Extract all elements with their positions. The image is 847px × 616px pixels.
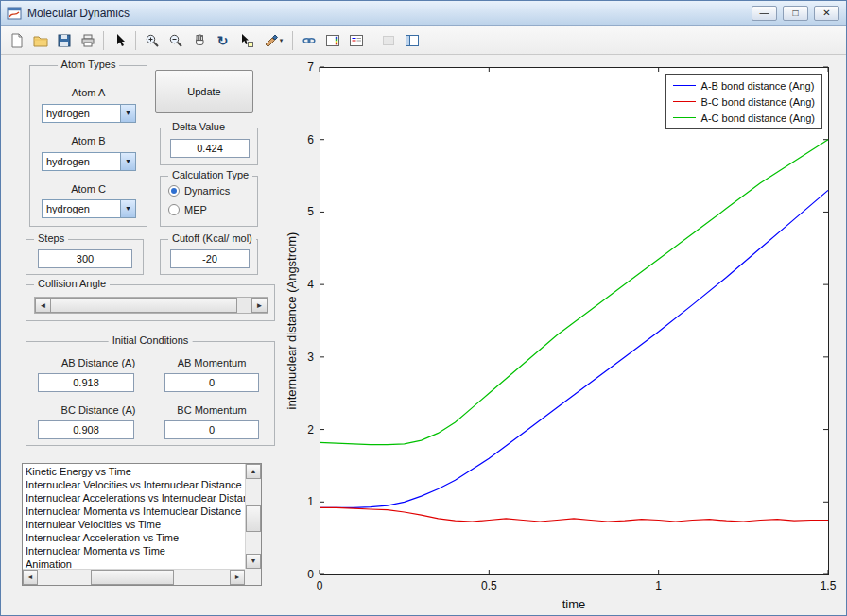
list-item[interactable]: Internuclear Velocities vs Internuclear … (23, 478, 245, 491)
svg-text:4: 4 (307, 278, 314, 291)
new-document-icon (9, 33, 25, 48)
list-item[interactable]: Internuclear Momenta vs Time (23, 544, 245, 557)
zoom-out-icon (168, 33, 183, 48)
insert-colorbar-icon (325, 33, 340, 48)
svg-text:1: 1 (655, 579, 662, 592)
insert-legend-button[interactable] (344, 28, 368, 52)
atom-c-dropdown[interactable]: hydrogen ▼ (42, 199, 136, 218)
show-plot-tools-icon (405, 33, 420, 48)
scroll-down-arrow-icon[interactable]: ▼ (246, 554, 261, 569)
atom-b-dropdown[interactable]: hydrogen ▼ (42, 152, 136, 171)
plot-list: Kinetic Energy vs TimeInternuclear Veloc… (23, 465, 245, 569)
save-figure-button[interactable] (52, 28, 76, 52)
radio-circle-icon[interactable] (168, 204, 180, 215)
atom-types-panel: Atom Types Atom A hydrogen ▼ Atom B hydr… (29, 65, 147, 227)
ab-distance-field[interactable] (38, 373, 134, 392)
svg-text:1: 1 (307, 495, 314, 508)
radio-circle-icon[interactable] (168, 185, 180, 197)
print-figure-button[interactable] (76, 28, 99, 52)
collision-angle-panel-title: Collision Angle (34, 278, 110, 289)
plot-legend[interactable]: A-B bond distance (Ang)B-C bond distance… (666, 74, 822, 129)
insert-colorbar-button[interactable] (320, 28, 344, 52)
horizontal-scroll-thumb[interactable] (91, 570, 174, 585)
list-item[interactable]: Animation (23, 557, 245, 569)
radio-dynamics[interactable]: Dynamics (168, 185, 230, 197)
legend-label: B-C bond distance (Ang) (701, 96, 815, 108)
vertical-scroll-thumb[interactable] (246, 505, 261, 532)
list-item[interactable]: Internulear Velocities vs Time (23, 518, 245, 531)
slider-thumb[interactable] (50, 298, 237, 313)
listbox-vertical-scrollbar[interactable]: ▲ ▼ (245, 464, 261, 569)
title-bar[interactable]: Molecular Dynamics — □ ✕ (1, 1, 846, 26)
toolbar-separator (103, 31, 104, 50)
zoom-out-button[interactable] (164, 28, 187, 52)
legend-entry[interactable]: B-C bond distance (Ang) (673, 94, 815, 109)
legend-entry[interactable]: A-C bond distance (Ang) (673, 111, 815, 125)
open-file-button[interactable] (28, 28, 52, 52)
show-plot-tools-button[interactable] (400, 28, 424, 52)
scroll-up-arrow-icon[interactable]: ▲ (246, 464, 261, 479)
link-plot-button[interactable] (297, 28, 320, 52)
slider-left-arrow-icon[interactable]: ◄ (35, 298, 51, 313)
slider-right-arrow-icon[interactable]: ► (251, 298, 268, 313)
radio-mep[interactable]: MEP (168, 204, 207, 215)
data-cursor-button[interactable] (234, 28, 258, 52)
delta-value-field[interactable] (170, 139, 250, 158)
atom-c-label: Atom C (30, 183, 147, 195)
pan-hand-icon (192, 33, 207, 48)
update-button[interactable]: Update (155, 70, 253, 113)
brush-icon (264, 33, 279, 48)
scroll-left-arrow-icon[interactable]: ◄ (23, 570, 38, 585)
chevron-down-icon[interactable]: ▼ (120, 153, 135, 170)
atom-a-dropdown[interactable]: hydrogen ▼ (42, 104, 136, 123)
cutoff-field[interactable] (170, 249, 250, 268)
rotate-icon: ↻ (217, 33, 229, 48)
window-title: Molecular Dynamics (27, 7, 130, 20)
list-item[interactable]: Kinetic Energy vs Time (23, 465, 245, 478)
chevron-down-icon[interactable]: ▼ (120, 105, 135, 122)
atom-a-selected-value: hydrogen (46, 108, 90, 119)
app-window: Molecular Dynamics — □ ✕ (0, 0, 847, 616)
chevron-down-icon[interactable]: ▼ (120, 200, 135, 217)
atom-b-label: Atom B (30, 135, 147, 146)
delta-value-panel: Delta Value (160, 128, 258, 165)
plot-area[interactable]: 00.511.501234567timeinternuclear distanc… (285, 60, 844, 615)
atom-a-label: Atom A (30, 87, 147, 98)
scroll-right-arrow-icon[interactable]: ► (230, 570, 245, 585)
ab-distance-label: AB Distance (A) (38, 357, 159, 368)
brush-data-button[interactable]: ▾ (258, 28, 288, 52)
list-item[interactable]: Internuclear Accelerations vs Internucle… (23, 491, 245, 505)
legend-line-sample (673, 85, 696, 86)
svg-text:6: 6 (307, 133, 314, 146)
edit-plot-button[interactable] (108, 28, 131, 52)
collision-angle-slider[interactable]: ◄ ► (34, 297, 268, 314)
pan-button[interactable] (187, 28, 211, 52)
legend-line-sample (673, 101, 696, 102)
listbox-horizontal-scrollbar[interactable]: ◄ ► (23, 569, 245, 585)
initial-conditions-panel-title: Initial Conditions (109, 334, 193, 346)
svg-text:0: 0 (307, 568, 314, 581)
zoom-in-button[interactable] (140, 28, 164, 52)
list-item[interactable]: Internuclear Acceleration vs Time (23, 531, 245, 544)
ab-momentum-field[interactable] (164, 373, 259, 392)
printer-icon (80, 33, 95, 48)
brush-dropdown-caret-icon[interactable]: ▾ (280, 37, 284, 44)
axes-canvas[interactable]: 00.511.501234567timeinternuclear distanc… (285, 60, 844, 615)
atom-b-selected-value: hydrogen (46, 156, 90, 167)
new-figure-button[interactable] (5, 28, 28, 52)
plot-type-listbox[interactable]: Kinetic Energy vs TimeInternuclear Veloc… (22, 463, 262, 586)
minimize-button[interactable]: — (752, 6, 777, 21)
rotate-3d-button[interactable]: ↻ (211, 28, 234, 52)
bc-distance-field[interactable] (38, 420, 134, 439)
bc-momentum-field[interactable] (164, 420, 259, 439)
svg-text:3: 3 (307, 351, 314, 364)
svg-text:0: 0 (317, 579, 323, 592)
list-item[interactable]: Internuclear Momenta vs Internuclear Dis… (23, 505, 245, 518)
legend-entry[interactable]: A-B bond distance (Ang) (673, 78, 815, 93)
maximize-button[interactable]: □ (783, 6, 808, 21)
steps-panel: Steps (26, 239, 144, 275)
steps-field[interactable] (38, 249, 132, 268)
legend-line-sample (673, 117, 696, 118)
hide-plot-tools-button[interactable] (376, 28, 400, 52)
close-button[interactable]: ✕ (814, 6, 839, 21)
